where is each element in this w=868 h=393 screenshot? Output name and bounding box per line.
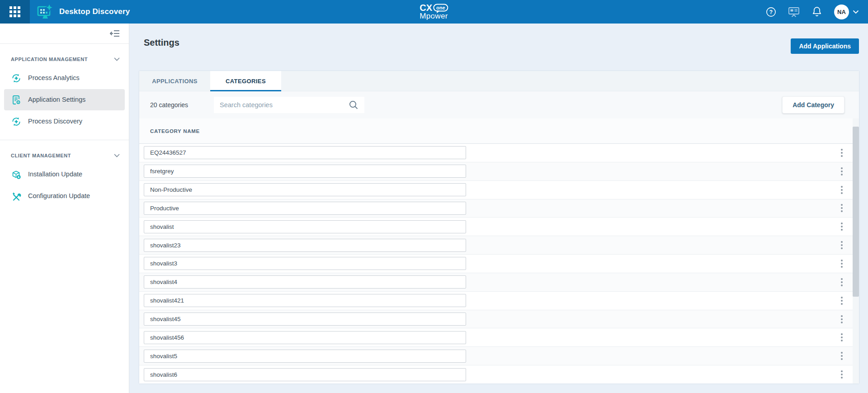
category-name-input[interactable] bbox=[144, 368, 466, 381]
category-row bbox=[139, 236, 859, 255]
logo-robot-o: o bbox=[431, 12, 435, 20]
product-branding: Desktop Discovery bbox=[37, 4, 130, 20]
category-row bbox=[139, 310, 859, 329]
sidebar-item-process-analytics[interactable]: Process Analytics bbox=[4, 67, 125, 89]
category-name-input[interactable] bbox=[144, 239, 466, 252]
kebab-menu-icon[interactable] bbox=[841, 241, 843, 243]
section-label: CLIENT MANAGEMENT bbox=[11, 153, 71, 158]
installation-update-icon bbox=[11, 170, 21, 180]
search-box[interactable] bbox=[214, 97, 364, 113]
logo-one-bubble: one bbox=[433, 4, 448, 12]
logo-mp: Mp bbox=[420, 12, 430, 20]
configuration-update-icon bbox=[11, 191, 21, 201]
category-row bbox=[139, 328, 859, 347]
scrollbar-thumb[interactable] bbox=[853, 127, 859, 297]
kebab-menu-icon[interactable] bbox=[841, 223, 843, 224]
sidebar-section-client-management[interactable]: CLIENT MANAGEMENT bbox=[0, 153, 129, 158]
category-name-input[interactable] bbox=[144, 165, 466, 178]
sidebar-item-process-discovery[interactable]: Process Discovery bbox=[4, 111, 125, 132]
category-row bbox=[139, 144, 859, 162]
category-row bbox=[139, 181, 859, 199]
chevron-down-icon[interactable] bbox=[114, 57, 120, 61]
kebab-menu-icon[interactable] bbox=[841, 260, 843, 261]
category-row bbox=[139, 273, 859, 292]
kebab-menu-icon[interactable] bbox=[841, 204, 843, 206]
section-label: APPLICATION MANAGEMENT bbox=[11, 57, 88, 62]
sidebar-item-label: Process Discovery bbox=[28, 118, 82, 125]
category-name-input[interactable] bbox=[144, 331, 466, 344]
category-row bbox=[139, 365, 859, 384]
chevron-down-icon[interactable] bbox=[114, 154, 120, 157]
category-row bbox=[139, 347, 859, 365]
sidebar: APPLICATION MANAGEMENT Process Analytics bbox=[0, 24, 129, 393]
category-row bbox=[139, 218, 859, 236]
cxone-mpower-logo: CXone Mpower bbox=[420, 4, 448, 20]
sidebar-item-label: Application Settings bbox=[28, 96, 85, 103]
logo-line-1: CXone bbox=[420, 4, 448, 12]
tab-categories[interactable]: CATEGORIES bbox=[210, 71, 281, 91]
kebab-menu-icon[interactable] bbox=[841, 297, 843, 298]
category-row bbox=[139, 292, 859, 310]
kebab-menu-icon[interactable] bbox=[841, 315, 843, 317]
category-row bbox=[139, 255, 859, 273]
add-applications-button[interactable]: Add Applications bbox=[791, 38, 859, 54]
app-launcher-button[interactable] bbox=[0, 0, 30, 24]
sidebar-item-label: Configuration Update bbox=[28, 193, 90, 199]
process-analytics-icon bbox=[11, 73, 21, 83]
table-header-row: CATEGORY NAME bbox=[139, 118, 859, 144]
user-menu[interactable]: NA bbox=[834, 5, 859, 19]
sidebar-item-application-settings[interactable]: Application Settings bbox=[4, 89, 125, 110]
category-row bbox=[139, 162, 859, 181]
tab-applications[interactable]: APPLICATIONS bbox=[139, 71, 210, 91]
svg-text:?: ? bbox=[769, 9, 773, 15]
add-category-button[interactable]: Add Category bbox=[782, 96, 844, 114]
search-icon[interactable] bbox=[349, 100, 359, 110]
sidebar-item-installation-update[interactable]: Installation Update bbox=[4, 164, 125, 185]
main-content: Settings Add Applications APPLICATIONS C… bbox=[130, 24, 868, 393]
settings-panel: APPLICATIONS CATEGORIES 20 categories Ad… bbox=[139, 71, 859, 384]
kebab-menu-icon[interactable] bbox=[841, 149, 843, 151]
kebab-menu-icon[interactable] bbox=[841, 186, 843, 188]
application-settings-icon bbox=[11, 95, 21, 105]
desktop-discovery-product-icon bbox=[37, 4, 54, 20]
logo-cx: CX bbox=[420, 4, 432, 12]
logo-line-2: Mpower bbox=[420, 12, 448, 20]
sidebar-item-label: Process Analytics bbox=[28, 75, 80, 81]
page-title: Settings bbox=[144, 38, 179, 48]
category-name-input[interactable] bbox=[144, 350, 466, 363]
category-name-input[interactable] bbox=[144, 202, 466, 215]
notifications-bell-icon[interactable] bbox=[811, 6, 822, 18]
category-name-input[interactable] bbox=[144, 257, 466, 270]
kebab-menu-icon[interactable] bbox=[841, 370, 843, 372]
categories-toolbar: 20 categories Add Category bbox=[139, 91, 859, 118]
app-launcher-icon bbox=[9, 6, 20, 17]
search-input[interactable] bbox=[220, 101, 349, 109]
tab-bar: APPLICATIONS CATEGORIES bbox=[139, 71, 859, 91]
process-discovery-icon bbox=[11, 117, 21, 127]
category-name-column-header: CATEGORY NAME bbox=[150, 128, 200, 134]
category-name-input[interactable] bbox=[144, 294, 466, 307]
sidebar-divider bbox=[0, 140, 129, 140]
category-name-input[interactable] bbox=[144, 146, 466, 159]
category-name-input[interactable] bbox=[144, 275, 466, 289]
top-bar: Desktop Discovery CXone Mpower ? bbox=[0, 0, 868, 24]
kebab-menu-icon[interactable] bbox=[841, 333, 843, 335]
kebab-menu-icon[interactable] bbox=[841, 278, 843, 280]
avatar[interactable]: NA bbox=[834, 5, 849, 19]
product-title: Desktop Discovery bbox=[59, 7, 130, 16]
scrollbar-track[interactable] bbox=[853, 118, 859, 384]
kebab-menu-icon[interactable] bbox=[841, 167, 843, 169]
category-name-input[interactable] bbox=[144, 183, 466, 196]
sidebar-item-configuration-update[interactable]: Configuration Update bbox=[4, 185, 125, 207]
screen-share-icon[interactable] bbox=[788, 6, 800, 17]
chevron-down-icon bbox=[853, 10, 859, 14]
sidebar-collapse-row bbox=[0, 24, 129, 44]
category-row bbox=[139, 199, 859, 218]
category-name-input[interactable] bbox=[144, 313, 466, 326]
category-count: 20 categories bbox=[150, 101, 188, 109]
collapse-sidebar-icon[interactable] bbox=[110, 29, 120, 38]
help-icon[interactable]: ? bbox=[766, 7, 776, 17]
kebab-menu-icon[interactable] bbox=[841, 352, 843, 354]
sidebar-section-application-management[interactable]: APPLICATION MANAGEMENT bbox=[0, 57, 129, 62]
category-name-input[interactable] bbox=[144, 220, 466, 233]
